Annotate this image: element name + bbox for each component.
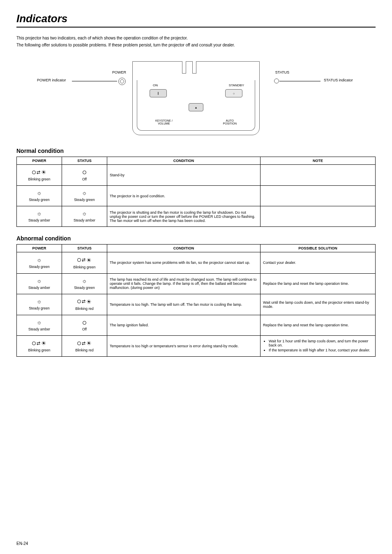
- status-cell: Off: [62, 165, 107, 186]
- power-cell: ☼Steady amber: [17, 315, 62, 335]
- power-state-label: Blinking green: [18, 177, 60, 181]
- list-item: If the temperature is still high after 1…: [269, 348, 373, 352]
- table-row: ☼Steady amber☼Steady greenThe lamp has r…: [17, 273, 376, 294]
- status-state-label: Steady green: [64, 286, 105, 290]
- power-cell: ⇄☀Blinking green: [17, 165, 62, 186]
- condition-cell: Temperature is too high or temperature's…: [107, 335, 261, 356]
- table-row: ☼Steady amberOffThe lamp ignition failed…: [17, 315, 376, 335]
- power-state-label: Steady green: [18, 265, 60, 269]
- solution-cell: Wait for 1 hour until the lamp cools dow…: [261, 335, 376, 356]
- diagram-status-text: STATUS: [275, 70, 289, 74]
- page-title: Indicators: [16, 12, 376, 28]
- power-state-label: Steady amber: [18, 327, 60, 331]
- keystone-button: ▲: [189, 103, 203, 111]
- power-cell: ☼Steady amber: [17, 206, 62, 227]
- page-number: EN-24: [16, 541, 28, 546]
- auto-position-label: AUTO POSITION: [223, 119, 237, 125]
- status-state-label: Blinking red: [64, 348, 105, 352]
- condition-cell: The lamp ignition failed.: [107, 315, 261, 335]
- on-button: ❙: [150, 89, 167, 97]
- power-cell: ☼Steady green: [17, 252, 62, 273]
- diagram-power-text: POWER: [112, 70, 126, 74]
- condition-cell: Stand-by: [107, 165, 261, 186]
- intro-line-2: The following offer solutions to possibl…: [16, 42, 376, 48]
- condition-cell: The projector is in good condition.: [107, 186, 261, 206]
- condition-cell: Temperature is too high. The lamp will t…: [107, 294, 261, 315]
- solution-cell: Replace the lamp and reset the lamp oper…: [261, 315, 376, 335]
- solution-list: Wait for 1 hour until the lamp cools dow…: [263, 339, 373, 352]
- solution-cell: Replace the lamp and reset the lamp oper…: [261, 273, 376, 294]
- condition-cell: The projector system has some problems w…: [107, 252, 261, 273]
- th-power: POWER: [17, 157, 62, 165]
- status-cell: Off: [62, 315, 107, 335]
- table-row: ☼Steady amber☼Steady amberThe projector …: [17, 206, 376, 227]
- leader-line: [279, 81, 321, 81]
- status-state-label: Off: [64, 177, 105, 181]
- status-cell: ⇄☀Blinking red: [62, 294, 107, 315]
- note-cell: [261, 206, 376, 227]
- status-led-icon: [274, 78, 279, 83]
- power-state-label: Steady green: [18, 198, 60, 202]
- on-label: ON: [153, 83, 158, 87]
- status-state-label: Blinking green: [64, 265, 105, 269]
- projector-panel: ON STANDBY ❙ ○ ▲ KEYSTONE / VOLUME AUTO …: [132, 61, 260, 135]
- status-cell: ☼Steady green: [62, 273, 107, 294]
- table-row: ⇄☀Blinking greenOffStand-by: [17, 165, 376, 186]
- abnormal-condition-table: POWER STATUS CONDITION POSSIBLE SOLUTION…: [16, 244, 376, 357]
- th-condition: CONDITION: [107, 157, 261, 165]
- status-state-label: Blinking red: [64, 307, 105, 311]
- power-state-label: Steady amber: [18, 218, 60, 222]
- th-status: STATUS: [62, 245, 107, 252]
- status-state-label: Off: [64, 327, 105, 331]
- power-led-icon: [118, 78, 126, 85]
- power-indicator-label: POWER indicator: [37, 78, 66, 82]
- solution-cell: Wait until the lamp cools down, and the …: [261, 294, 376, 315]
- intro-block: This projector has two indicators, each …: [16, 35, 376, 48]
- th-note: NOTE: [261, 157, 376, 165]
- status-cell: ⇄☀Blinking red: [62, 335, 107, 356]
- table-row: ☼Steady green⇄☀Blinking redTemperature i…: [17, 294, 376, 315]
- solution-cell: Contact your dealer.: [261, 252, 376, 273]
- standby-button: ○: [225, 89, 242, 97]
- table-row: ☼Steady green⇄☀Blinking greenThe project…: [17, 252, 376, 273]
- keystone-label: KEYSTONE / VOLUME: [155, 119, 173, 125]
- status-state-label: Steady green: [64, 198, 105, 202]
- power-cell: ☼Steady green: [17, 186, 62, 206]
- power-state-label: Steady green: [18, 306, 60, 310]
- leader-line: [72, 81, 117, 81]
- power-state-label: Blinking green: [18, 348, 60, 352]
- power-cell: ☼Steady amber: [17, 273, 62, 294]
- condition-cell: The projector is shutting and the fan mo…: [107, 206, 261, 227]
- normal-condition-heading: Normal condition: [16, 148, 376, 154]
- indicator-diagram: POWER indicator POWER ON STANDBY ❙ ○ ▲ K…: [16, 53, 376, 139]
- list-item: Wait for 1 hour until the lamp cools dow…: [269, 339, 373, 347]
- abnormal-condition-heading: Abnormal condition: [16, 235, 376, 242]
- status-cell: ☼Steady amber: [62, 206, 107, 227]
- normal-condition-table: POWER STATUS CONDITION NOTE ⇄☀Blinking g…: [16, 157, 376, 227]
- note-cell: [261, 165, 376, 186]
- panel-inner: ON STANDBY ❙ ○ ▲ KEYSTONE / VOLUME AUTO …: [137, 80, 255, 131]
- th-power: POWER: [17, 245, 62, 252]
- power-cell: ☼Steady green: [17, 294, 62, 315]
- th-condition: CONDITION: [107, 245, 261, 252]
- th-solution: POSSIBLE SOLUTION: [261, 245, 376, 252]
- power-cell: ⇄☀Blinking green: [17, 335, 62, 356]
- status-cell: ☼Steady green: [62, 186, 107, 206]
- status-state-label: Steady amber: [64, 218, 105, 222]
- th-status: STATUS: [62, 157, 107, 165]
- condition-cell: The lamp has reached its end of life and…: [107, 273, 261, 294]
- status-cell: ⇄☀Blinking green: [62, 252, 107, 273]
- table-row: ⇄☀Blinking green⇄☀Blinking redTemperatur…: [17, 335, 376, 356]
- note-cell: [261, 186, 376, 206]
- power-state-label: Steady amber: [18, 286, 60, 290]
- status-indicator-label: STATUS indicator: [324, 78, 353, 82]
- table-row: ☼Steady green☼Steady greenThe projector …: [17, 186, 376, 206]
- intro-line-1: This projector has two indicators, each …: [16, 35, 376, 41]
- standby-label: STANDBY: [229, 83, 244, 87]
